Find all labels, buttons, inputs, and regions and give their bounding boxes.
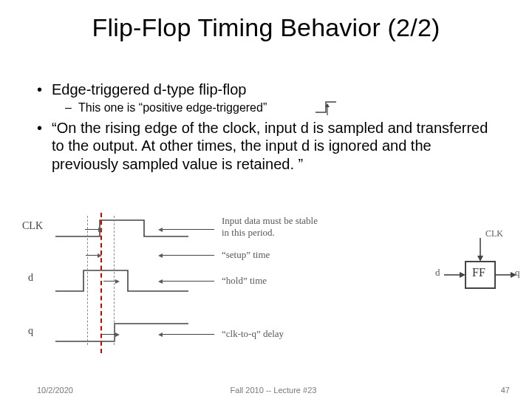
ff-box-label: FF xyxy=(472,266,485,279)
subbullet-positive-edge: This one is “positive edge-triggered” xyxy=(78,101,267,114)
slide-title: Flip-Flop Timing Behavior (2/2) xyxy=(0,13,532,42)
rising-edge-icon xyxy=(314,98,348,117)
bullet-edge-triggered: Edge-triggered d-type flip-flop xyxy=(52,81,246,98)
annot-stable-1: Input data must be stable xyxy=(222,216,318,226)
label-d: d xyxy=(28,272,33,284)
bullet-rising-edge-desc: “On the rising edge of the clock, input … xyxy=(52,120,488,172)
clock-edge-line xyxy=(100,213,102,353)
ff-q-label: q xyxy=(515,267,520,278)
annot-stable-2: in this period. xyxy=(222,228,275,238)
annot-setup: “setup” time xyxy=(222,250,270,260)
annot-clk-to-q: “clk-to-q” delay xyxy=(222,329,284,339)
footer-mid: Fall 2010 -- Lecture #23 xyxy=(37,386,510,395)
label-q: q xyxy=(28,325,33,337)
ff-clk-label: CLK xyxy=(485,229,503,239)
svg-marker-5 xyxy=(460,272,466,278)
slide-body: Edge-triggered d-type flip-flop This one… xyxy=(37,81,495,173)
svg-marker-3 xyxy=(477,256,483,262)
annot-hold: “hold” time xyxy=(222,276,267,286)
footer-page: 47 xyxy=(501,386,510,395)
label-clk: CLK xyxy=(22,220,43,232)
ff-block-diagram: CLK d FF q xyxy=(440,233,521,307)
ff-d-label: d xyxy=(435,267,440,278)
